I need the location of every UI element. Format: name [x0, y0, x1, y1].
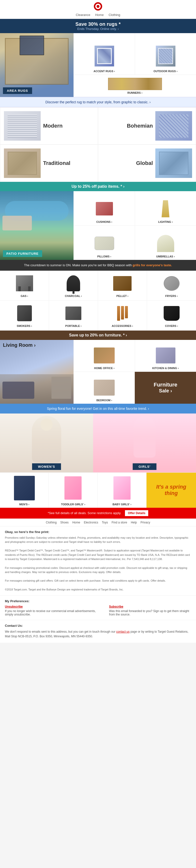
girls-label: GIRLS' [133, 463, 157, 470]
patio-furniture-label: PATIO FURNITURE [3, 250, 42, 257]
patio-main[interactable]: PATIO FURNITURE [0, 191, 74, 260]
patio-banner[interactable]: Up to 25% off patio items. * › [0, 182, 196, 191]
nav-clearance[interactable]: Clearance [76, 13, 90, 17]
target-logo [0, 2, 196, 12]
spring-banner-text: Spring floral fun for everyone! Get in o… [47, 407, 149, 410]
baby-girls-item[interactable]: BABY GIRLS' › [98, 473, 147, 508]
clothing-bottom-row: MEN'S › TODDLER GIRLS' › BABY GIRLS' › I… [0, 472, 196, 508]
promo-banner[interactable]: Save 30% on rugs * Ends Thursday. Online… [0, 19, 196, 33]
contact-title: Contact Us: [5, 624, 191, 627]
preferences-title: My Preferences: [5, 599, 191, 603]
fine-print-text: Promotions valid Sunday–Saturday unless … [5, 536, 191, 592]
svg-point-2 [96, 5, 100, 8]
subscribe-link[interactable]: Subscribe [109, 605, 191, 608]
furniture-banner[interactable]: Save up to 20% on furniture. * › [0, 331, 196, 340]
patio-pillows-label: PILLOWS › [97, 255, 111, 258]
promo-sub-text: Ends Thursday. Online only. › [5, 27, 191, 31]
furniture-bedroom[interactable]: BEDROOM › [74, 372, 135, 404]
fine-print-title: Okay, so here's the fine print: [5, 530, 191, 534]
furniture-sale-label2: Sale › [154, 388, 178, 394]
grill-pellet[interactable]: PELLET › [98, 271, 147, 300]
spring-thing-box[interactable]: It's a spring thing [147, 473, 196, 508]
furniture-kitchen-dining[interactable]: KITCHEN & DINING › [135, 340, 196, 372]
nav-home[interactable]: Home [95, 13, 104, 17]
grill-covers-label: COVERS › [165, 324, 178, 328]
mens-item[interactable]: MEN'S › [0, 473, 49, 508]
grill-covers[interactable]: COVERS › [147, 301, 196, 330]
unsubscribe-link[interactable]: Unsubscribe [5, 605, 99, 608]
rug-style-traditional[interactable]: Traditional [0, 145, 98, 182]
runners-item[interactable]: RUNNERS › [74, 75, 196, 97]
bottom-nav: Clothing Shoes Home Electronics Toys Fin… [0, 519, 196, 526]
spring-banner[interactable]: Spring floral fun for everyone! Get in o… [0, 404, 196, 413]
grill-accessories[interactable]: ACCESSORIES › [98, 301, 147, 330]
bottom-nav-privacy[interactable]: Privacy [141, 521, 150, 524]
bottom-nav-shoes[interactable]: Shoes [60, 521, 69, 524]
subscribe-group: Subscribe Was this email forwarded to yo… [109, 605, 191, 616]
area-rugs-label: AREA RUGS [3, 87, 32, 94]
offer-details-button[interactable]: Offer Details [125, 510, 148, 516]
preferences-section: My Preferences: Unsubscribe If you no lo… [0, 595, 196, 620]
patio-section: PATIO FURNITURE CUSHIONS › LIGHTING › PI… [0, 191, 196, 260]
girls-item[interactable]: GIRLS' [93, 413, 196, 472]
patio-lighting[interactable]: LIGHTING › [135, 191, 196, 225]
bottom-nav-find-store[interactable]: Find a store [112, 521, 127, 524]
furniture-kitchen-dining-label: KITCHEN & DINING › [152, 367, 179, 370]
rug-style-bohemian[interactable]: Bohemian [98, 107, 196, 145]
toddler-girls-item[interactable]: TODDLER GIRLS' › [49, 473, 97, 508]
rug-style-traditional-label: Traditional [43, 160, 70, 166]
promo-main-text: Save 30% on rugs * [5, 21, 191, 27]
womens-label: WOMEN'S [32, 463, 61, 470]
clothing-section: WOMEN'S GIRLS' [0, 413, 196, 472]
outdoor-rugs-label: OUTDOOR RUGS › [154, 70, 178, 73]
discover-text: Discover the perfect rug to match your s… [45, 100, 151, 104]
patio-umbrellas[interactable]: UMBRELLAS › [135, 225, 196, 260]
toddler-girls-label: TODDLER GIRLS' › [61, 503, 85, 506]
furniture-sale-box[interactable]: Furniture Sale › [135, 372, 196, 404]
furniture-sale-label: Furniture [154, 382, 178, 388]
outdoor-rugs-item[interactable]: OUTDOOR RUGS › [135, 33, 196, 75]
grill-smokers[interactable]: SMOKERS › [0, 301, 49, 330]
rugs-section: AREA RUGS ACCENT RUGS › OUTDOOR RUGS › [0, 33, 196, 97]
patio-cushions-label: CUSHIONS › [96, 220, 112, 223]
grill-portable[interactable]: PORTABLE › [49, 301, 98, 330]
patio-banner-text: Up to 25% off patio items. * › [72, 184, 124, 188]
bbq-highlight: grills for everyone's taste. [132, 263, 172, 267]
unsubscribe-group: Unsubscribe If you no longer wish to rec… [5, 605, 99, 616]
living-room-label: Living Room › [3, 342, 36, 348]
furniture-home-office[interactable]: HOME OFFICE › [74, 340, 135, 372]
patio-pillows[interactable]: PILLOWS › [74, 225, 135, 260]
patio-lighting-label: LIGHTING › [158, 220, 173, 223]
bottom-nav-home[interactable]: Home [72, 521, 80, 524]
patio-cushions[interactable]: CUSHIONS › [74, 191, 135, 225]
grill-fryers[interactable]: FRYERS › [147, 271, 196, 300]
grill-fryers-label: FRYERS › [165, 294, 178, 298]
bbq-text: The countdown to summer is ON. Make sure… [24, 263, 132, 267]
bottom-nav-help[interactable]: Help [131, 521, 137, 524]
accent-rugs-item[interactable]: ACCENT RUGS › [74, 33, 135, 75]
grill-smokers-label: SMOKERS › [17, 324, 32, 328]
mens-label: MEN'S › [19, 503, 29, 506]
contact-link[interactable]: contact us [116, 630, 130, 633]
grill-portable-label: PORTABLE › [65, 324, 81, 328]
nav-clothing[interactable]: Clothing [109, 13, 120, 17]
area-rugs-main[interactable]: AREA RUGS [0, 33, 74, 97]
rug-style-global[interactable]: Global [98, 145, 196, 182]
bottom-nav-toys[interactable]: Toys [102, 521, 108, 524]
grill-charcoal[interactable]: CHARCOAL › [49, 271, 98, 300]
discover-banner[interactable]: Discover the perfect rug to match your s… [0, 97, 196, 107]
bottom-nav-electronics[interactable]: Electronics [84, 521, 98, 524]
bbq-banner: The countdown to summer is ON. Make sure… [0, 260, 196, 271]
grill-gas[interactable]: GAS › [0, 271, 49, 300]
furniture-banner-text: Save up to 20% on furniture. * › [69, 333, 127, 337]
nav-bar: Clearance Home Clothing [0, 13, 196, 17]
rug-style-modern[interactable]: Modern [0, 107, 98, 145]
fine-print-section: Okay, so here's the fine print: Promotio… [0, 526, 196, 596]
fine-print-banner: *See full details of all deals. Some res… [0, 508, 196, 519]
living-room-main[interactable]: Living Room › [0, 340, 74, 404]
grill-pellet-label: PELLET › [116, 294, 128, 298]
womens-item[interactable]: WOMEN'S [0, 413, 93, 472]
subscribe-text: Was this email forwarded to you? Sign up… [109, 609, 191, 616]
bottom-nav-clothing[interactable]: Clothing [46, 521, 56, 524]
spring-thing-text: It's a spring thing [149, 484, 194, 497]
